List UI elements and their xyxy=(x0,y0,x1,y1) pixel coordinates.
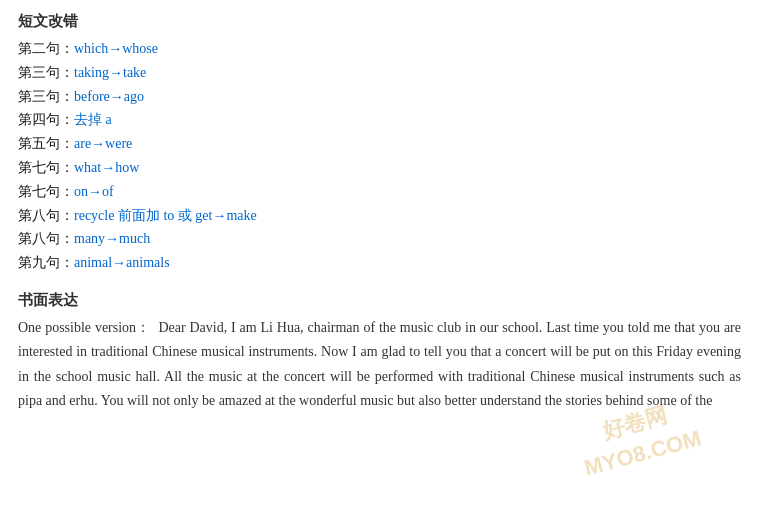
correction-value-5: are→were xyxy=(74,136,132,151)
correction-value-9: many→much xyxy=(74,231,150,246)
correction-value-1: which→whose xyxy=(74,41,158,56)
correction-item-3: 第三句：before→ago xyxy=(18,85,741,109)
writing-section: 书面表达 One possible version： Dear David, I… xyxy=(18,291,741,414)
correction-label-2: 第三句： xyxy=(18,65,74,80)
correction-item-6: 第七句：what→how xyxy=(18,156,741,180)
correction-value-3: before→ago xyxy=(74,89,144,104)
correction-section: 短文改错 第二句：which→whose 第三句：taking→take 第三句… xyxy=(18,12,741,275)
correction-label-7: 第七句： xyxy=(18,184,74,199)
correction-value-8: recycle 前面加 to 或 get→make xyxy=(74,208,257,223)
correction-item-9: 第八句：many→much xyxy=(18,227,741,251)
correction-label-9: 第八句： xyxy=(18,231,74,246)
highlight-chinese: Chinese xyxy=(530,369,575,384)
correction-item-7: 第七句：on→of xyxy=(18,180,741,204)
main-content: 短文改错 第二句：which→whose 第三句：taking→take 第三句… xyxy=(0,0,759,426)
correction-item-5: 第五句：are→were xyxy=(18,132,741,156)
correction-item-2: 第三句：taking→take xyxy=(18,61,741,85)
correction-value-6: what→how xyxy=(74,160,139,175)
writing-intro: One possible version： xyxy=(18,320,151,335)
correction-label-3: 第三句： xyxy=(18,89,74,104)
correction-label-8: 第八句： xyxy=(18,208,74,223)
watermark-line2: MYO8.COM xyxy=(581,424,705,485)
correction-value-10: animal→animals xyxy=(74,255,170,270)
correction-label-1: 第二句： xyxy=(18,41,74,56)
correction-label-4: 第四句： xyxy=(18,112,74,127)
writing-title: 书面表达 xyxy=(18,291,741,310)
correction-item-10: 第九句：animal→animals xyxy=(18,251,741,275)
correction-item-1: 第二句：which→whose xyxy=(18,37,741,61)
correction-item-8: 第八句：recycle 前面加 to 或 get→make xyxy=(18,204,741,228)
correction-title: 短文改错 xyxy=(18,12,741,31)
correction-item-4: 第四句：去掉 a xyxy=(18,108,741,132)
correction-label-5: 第五句： xyxy=(18,136,74,151)
writing-content: One possible version： Dear David, I am L… xyxy=(18,316,741,414)
correction-label-6: 第七句： xyxy=(18,160,74,175)
correction-label-10: 第九句： xyxy=(18,255,74,270)
correction-value-7: on→of xyxy=(74,184,114,199)
correction-value-4: 去掉 a xyxy=(74,112,112,127)
correction-value-2: taking→take xyxy=(74,65,146,80)
